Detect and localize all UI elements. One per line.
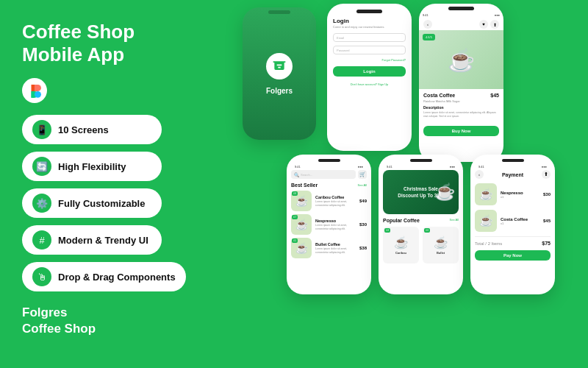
product-name: Costa Coffee — [423, 93, 455, 98]
customizable-icon: ⚙️ — [32, 194, 51, 213]
heart-button[interactable]: ♥ — [479, 20, 488, 29]
item-rating-0: 4.8 — [292, 191, 298, 196]
brand-tagline: Folgres Coffee Shop — [22, 305, 198, 337]
login-subtitle: Come in and enjoy our newest features — [333, 25, 406, 29]
feature-modern: # Modern & Trendy UI — [22, 225, 162, 255]
phone-promo: 9:41●●● Christmas SaleDiscount Up To 30%… — [379, 155, 463, 294]
status-bar: 9:41●●● — [383, 165, 459, 170]
section-header: Best Seller See All — [291, 183, 367, 188]
login-title: Login — [333, 18, 406, 24]
total-label: Total / 2 Items — [475, 241, 502, 246]
item-image-2: ☕ 4.5 — [291, 238, 312, 258]
pay-qty-0: x1 — [501, 195, 539, 199]
grid-rating-0: 4.8 — [384, 228, 390, 233]
grid-rating-1: 4.6 — [424, 228, 430, 233]
feature-flexibility: 🔄 High Flexibility — [22, 152, 162, 181]
total-row: Total / 2 Items $75 — [475, 241, 551, 246]
item-desc-1: Lorem ipsum dolor sit amet, consectetur … — [315, 224, 356, 230]
item-image-1: ☕ 4.7 — [291, 214, 312, 235]
menu-item-1[interactable]: ☕ 4.7 Nespresso Lorem ipsum dolor sit am… — [291, 214, 367, 235]
pay-info-1: Costa Coffee x1 — [501, 217, 539, 225]
app-title: Coffee Shop Mobile App — [22, 21, 198, 66]
product-subtitle: Rainbow Matcha Milk Sugar — [423, 99, 499, 103]
pay-qty-1: x1 — [501, 222, 539, 225]
item-price-0: $49 — [359, 199, 367, 203]
item-desc-2: Lorem ipsum dolor sit amet, consectetur … — [315, 247, 356, 254]
see-all-popular[interactable]: See All — [450, 218, 459, 223]
search-bar: 🔍 Search... 🛒 — [291, 170, 367, 179]
screens-label: 10 Screens — [58, 124, 109, 135]
left-panel: Coffee Shop Mobile App 📱 10 Screens 🔄 Hi… — [0, 0, 220, 368]
menu-item-0[interactable]: ☕ 4.8 Caribou Coffee Lorem ipsum dolor s… — [291, 191, 367, 211]
status-bar: 9:41●●● — [291, 165, 367, 170]
screens-icon: 📱 — [32, 120, 51, 139]
description-text: Lorem ipsum dolor sit amet, consectetur … — [423, 111, 499, 118]
notch — [410, 159, 432, 162]
item-name-0: Caribou Coffee — [315, 195, 356, 199]
item-name-1: Nespresso — [315, 219, 356, 223]
divider — [475, 236, 551, 237]
pay-price-1: $45 — [543, 219, 551, 223]
item-info-1: Nespresso Lorem ipsum dolor sit amet, co… — [315, 219, 356, 230]
phone-detail: 9:41●●● ‹ ♥ ⬆ ☕ 4.6/5 Costa Coffee $45 R… — [419, 4, 503, 162]
splash-logo — [266, 53, 293, 79]
item-image-0: ☕ 4.8 — [291, 191, 312, 211]
password-field[interactable]: Password — [333, 46, 406, 54]
pay-info-0: Nespresso x1 — [501, 191, 539, 199]
payment-title: Payment — [502, 172, 523, 177]
pay-image-0: ☕ — [475, 183, 497, 205]
item-info-0: Caribou Coffee Lorem ipsum dolor sit ame… — [315, 195, 356, 207]
pay-price-0: $30 — [543, 192, 551, 197]
phone-splash: Folgers — [243, 7, 316, 140]
product-name-row: Costa Coffee $45 — [423, 93, 499, 98]
grid-items: ☕ 4.8 Caribou ☕ 4.6 Bullet — [383, 227, 459, 263]
item-rating-2: 4.5 — [292, 238, 298, 243]
splash-brand-name: Folgers — [266, 87, 293, 95]
search-input[interactable]: 🔍 Search... — [291, 170, 356, 179]
pay-now-button[interactable]: Pay Now — [475, 250, 551, 261]
modern-label: Modern & Trendy UI — [58, 235, 148, 246]
popular-title: Popular Coffee — [383, 218, 420, 223]
customizable-label: Fully Customizable — [58, 198, 145, 209]
forgot-password-link[interactable]: Forgot Password? — [333, 58, 406, 62]
phone-login: Login Come in and enjoy our newest featu… — [327, 4, 412, 151]
description-title: Description — [423, 105, 499, 110]
item-price-2: $38 — [359, 246, 367, 250]
menu-item-2[interactable]: ☕ 4.5 Bullet Coffee Lorem ipsum dolor si… — [291, 238, 367, 258]
grid-item-1[interactable]: ☕ 4.6 Bullet — [423, 227, 459, 263]
grid-item-0[interactable]: ☕ 4.8 Caribou — [383, 227, 419, 263]
buy-now-button[interactable]: Buy Now — [423, 126, 499, 136]
detail-nav: ‹ ♥ ⬆ — [419, 18, 503, 30]
see-all-link[interactable]: See All — [358, 183, 367, 187]
email-field[interactable]: Email — [333, 33, 406, 42]
notch — [502, 159, 524, 162]
figma-icon — [22, 78, 47, 103]
svg-point-1 — [35, 91, 41, 98]
back-button[interactable]: ‹ — [423, 20, 432, 29]
feature-screens: 📱 10 Screens — [22, 115, 162, 144]
modern-icon: # — [32, 230, 51, 250]
item-price-1: $30 — [359, 222, 367, 227]
share-button[interactable]: ⬆ — [490, 20, 499, 29]
item-name-2: Bullet Coffee — [315, 242, 356, 247]
status-bar: 9:41●●● — [475, 165, 551, 170]
feature-drag: 🖱 Drop & Drag Components — [22, 262, 186, 291]
notch — [356, 10, 382, 13]
search-icon: 🔍 — [294, 172, 299, 177]
login-button[interactable]: Login — [333, 66, 406, 77]
notch — [318, 159, 340, 162]
phone-payment: 9:41●●● ‹ Payment ⬆ ☕ Nespresso x1 $30 ☕… — [470, 155, 555, 294]
payment-icon: ⬆ — [542, 170, 551, 179]
pay-item-0: ☕ Nespresso x1 $30 — [475, 183, 551, 205]
cart-icon[interactable]: 🛒 — [358, 170, 367, 179]
promo-banner: Christmas SaleDiscount Up To 30% ☕ — [383, 170, 459, 214]
pay-image-1: ☕ — [475, 210, 497, 232]
signup-prompt: Don't have account? Sign Up — [333, 82, 406, 86]
rating-badge: 4.6/5 — [423, 34, 435, 40]
item-rating-1: 4.7 — [292, 215, 298, 219]
product-price: $45 — [490, 93, 499, 98]
payment-back-button[interactable]: ‹ — [475, 170, 484, 179]
product-info: Costa Coffee $45 Rainbow Matcha Milk Sug… — [419, 89, 503, 126]
pay-item-1: ☕ Costa Coffee x1 $45 — [475, 210, 551, 232]
status-bar: 9:41●●● — [419, 13, 503, 18]
